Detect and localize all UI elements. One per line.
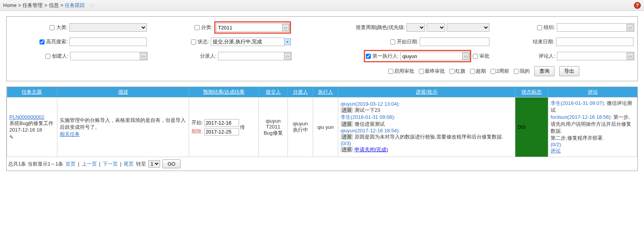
export-button[interactable]: 导出 (559, 66, 579, 76)
creator-input[interactable] (70, 52, 148, 60)
progress-user: qiuyun(2017-12-16 18:54): (341, 128, 400, 133)
progress-tag: 进展 (341, 134, 353, 140)
two-weeks-checkbox[interactable] (491, 69, 496, 74)
highlight-input[interactable] (69, 38, 147, 46)
executor-name: qiu yun (317, 124, 334, 130)
overdue-checkbox[interactable] (470, 69, 475, 74)
progress-count[interactable]: (0/3) (341, 140, 351, 146)
pager-next[interactable]: 下一页 (103, 161, 118, 168)
org-input[interactable] (557, 23, 634, 32)
cycle-select[interactable] (406, 23, 425, 32)
classify-highlight: ▭ (214, 21, 291, 34)
col-submitter[interactable]: 提交人 (266, 89, 281, 95)
pager-goto-label: 转至 (136, 161, 146, 168)
task-title: 系统Bug的修复工作 (9, 120, 53, 126)
breadcrumb-l1[interactable]: 任务管理 (22, 2, 43, 9)
status-code: DI3 (518, 124, 525, 130)
reviewer-input[interactable] (557, 52, 634, 60)
classify-input[interactable] (216, 23, 290, 32)
col-desc[interactable]: 描述 (118, 89, 128, 95)
dropdown-icon[interactable]: ▾ (284, 38, 291, 45)
classify-label: 分类: (201, 24, 213, 31)
breadcrumb-sep: > (44, 2, 47, 8)
pager-go-button[interactable]: GO (162, 159, 180, 168)
col-status[interactable]: 状态标志 (522, 89, 542, 95)
executor-checkbox[interactable] (366, 54, 371, 59)
red-flag-label: 红旗 (455, 68, 465, 75)
start-date-label: 开始日期: (397, 38, 418, 45)
progress-text: 测试一下23 (355, 107, 380, 113)
status-checkbox[interactable] (191, 39, 196, 44)
submitter-code: T2011 (266, 124, 281, 130)
edit-icon[interactable]: ✎ (9, 134, 15, 140)
progress-user: qiuyun(2019-03-12 13:04): (341, 101, 400, 107)
query-button[interactable]: 查询 (534, 66, 554, 76)
approval-label: 审批 (479, 53, 489, 60)
status-input[interactable] (211, 38, 284, 46)
progress-user: 李生(2018-01-31 09:08): (341, 114, 395, 120)
comment-count[interactable]: (0/2) (551, 142, 561, 147)
submitter-type: Bug修复 (263, 130, 282, 136)
progress-tag: 进展 (341, 121, 353, 127)
progress-tag: 进展 (341, 147, 353, 152)
close-request-link[interactable]: 申请关闭(完成) (355, 147, 388, 152)
comment-link[interactable]: 评论 (551, 148, 561, 154)
col-comments[interactable]: 评论 (588, 89, 598, 95)
category-checkbox[interactable] (50, 25, 55, 30)
start-date-checkbox[interactable] (390, 39, 395, 44)
approval-checkbox[interactable] (473, 54, 478, 59)
deadline-label: 期限: (191, 128, 203, 135)
mine-label: 我的 (520, 68, 530, 75)
col-assigner[interactable]: 分派人 (293, 89, 308, 95)
start-date-field[interactable] (204, 119, 239, 127)
start-date-input[interactable] (420, 38, 489, 46)
highlight-checkbox[interactable] (40, 39, 45, 44)
progress-text: 微信进展测试 (355, 121, 385, 127)
pager-first[interactable]: 首页 (65, 161, 76, 168)
category-label: 大类: (56, 24, 68, 31)
results-table-wrap: 任务主题 描述 预期结果/达成结果 提交人 分派人 执行人 进展/批示 状态标志… (6, 87, 638, 171)
mine-checkbox[interactable] (514, 69, 519, 74)
pager-last[interactable]: 尾页 (124, 161, 134, 168)
breadcrumb-sep: > (60, 2, 64, 8)
red-flag-checkbox[interactable] (449, 69, 455, 74)
final-approval-label: 最终审批 (425, 68, 445, 75)
org-label: 组织: (544, 24, 555, 31)
assigner-input[interactable] (218, 52, 292, 60)
classify-checkbox[interactable] (195, 25, 200, 30)
start-label: 开始: (191, 119, 203, 126)
org-checkbox[interactable] (537, 25, 542, 30)
pager-page-select[interactable]: 1 (148, 160, 160, 168)
breadcrumb-home[interactable]: Home (3, 2, 17, 8)
enable-approval-checkbox[interactable] (388, 69, 393, 74)
filter-panel: 大类: 分类: ▭ 巡查周期|颜色|优先级: 组织: ▭ (6, 16, 638, 81)
col-subject[interactable]: 任务主题 (22, 89, 42, 95)
comment-user: 李生(2018-01-31 09:07): (551, 100, 605, 106)
executor-label: 第一执行人: (372, 53, 399, 60)
submitter-name: qiuyun (266, 118, 281, 124)
breadcrumb-l2[interactable]: 信息 (49, 2, 59, 9)
table-row: PLN000000002 系统Bug的修复工作 2017-12-16 18 ✎ … (7, 97, 637, 157)
help-icon[interactable]: ? (634, 2, 641, 9)
favorite-star-icon[interactable]: ☆ (89, 2, 94, 9)
task-id-link[interactable]: PLN000000002 (9, 114, 44, 120)
col-executor[interactable]: 执行人 (318, 89, 333, 95)
breadcrumb-current: 任务跟踪 (65, 2, 85, 9)
highlight-label: 高亮搜索: (46, 38, 68, 45)
final-approval-checkbox[interactable] (419, 69, 424, 74)
priority-select[interactable] (447, 23, 489, 32)
col-expected[interactable]: 预期结果/达成结果 (203, 89, 245, 95)
executor-input[interactable] (400, 52, 470, 60)
pager-prev[interactable]: 上一页 (82, 161, 97, 168)
creator-checkbox[interactable] (45, 54, 50, 59)
color-select[interactable] (427, 23, 445, 32)
category-select[interactable] (69, 23, 147, 32)
end-date-input[interactable] (556, 38, 634, 46)
comment-text2: 第二步,修复程序并部署. (551, 135, 604, 141)
deadline-date-field[interactable] (204, 128, 239, 135)
end-date-label: 结束日期: (533, 38, 554, 45)
col-progress[interactable]: 进展/批示 (416, 89, 437, 95)
related-tasks-link[interactable]: 相关任务 (60, 131, 80, 137)
breadcrumb: Home > 任务管理 > 信息 > 任务跟踪 ☆ ? (0, 0, 644, 11)
two-weeks-label: 2周前 (496, 68, 509, 75)
